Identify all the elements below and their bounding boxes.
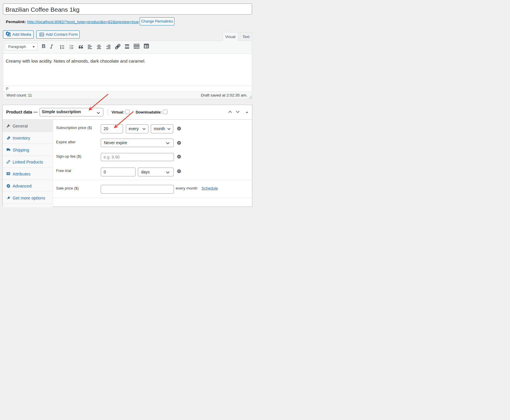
svg-text:3: 3: [69, 47, 71, 49]
svg-text:B: B: [42, 44, 45, 49]
